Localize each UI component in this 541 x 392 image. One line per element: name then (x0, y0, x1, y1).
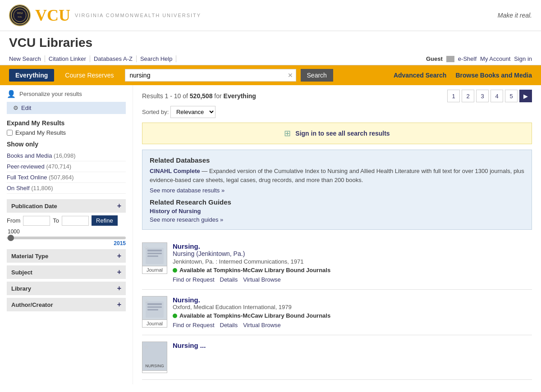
result-availability-2: Available at Tompkins-McCaw Library Boun… (173, 312, 532, 319)
star-icon-1[interactable]: ☆ (144, 244, 149, 251)
range-min-label: 1000 (8, 228, 20, 235)
pub-date-toggle-icon: + (117, 202, 121, 210)
logo-area: VCU SEAL VCU VIRGINIA COMMONWEALTH UNIVE… (9, 5, 201, 26)
page-5-button[interactable]: 5 (505, 90, 518, 102)
library-header[interactable]: Library + (7, 282, 126, 295)
filter-full-text-online[interactable]: Full Text Online (507,864) (7, 172, 126, 183)
material-type-label: Material Type (11, 253, 48, 260)
signin-icon: ⊞ (284, 128, 291, 138)
library-toggle-icon: + (117, 284, 121, 292)
search-bar: Everything Course Reserves ✕ Search Adva… (0, 65, 541, 85)
related-databases-box: Related Databases CINAHL Complete — Expa… (142, 150, 532, 230)
page-4-button[interactable]: 4 (491, 90, 503, 102)
result-item-1: ☆ Journal Nursing. Nursing (Jenkintown, … (142, 236, 532, 290)
personalize-label: Personalize your results (19, 91, 82, 97)
search-input[interactable] (128, 69, 288, 81)
result-thumbnail-2: ☆ Journal (142, 296, 167, 328)
main-content: 👤 Personalize your results ⚙ Edit Expand… (0, 85, 541, 384)
details-link-1[interactable]: Details (220, 276, 238, 283)
results-header: Results 1 - 10 of 520,508 for Everything… (142, 90, 532, 102)
next-page-button[interactable]: ▶ (519, 90, 532, 102)
material-type-header[interactable]: Material Type + (7, 249, 126, 263)
show-only-heading: Show only (7, 141, 126, 148)
date-from-input[interactable] (23, 216, 50, 226)
result-meta-2: Oxford, Medical Education International,… (173, 304, 532, 310)
databases-az-link[interactable]: Databases A-Z (90, 55, 137, 62)
my-account-link[interactable]: My Account (480, 55, 510, 62)
page-2-button[interactable]: 2 (462, 90, 474, 102)
svg-rect-7 (147, 255, 158, 257)
result-body-3: Nursing ... (173, 342, 532, 373)
sign-in-link[interactable]: Sign in (514, 55, 532, 62)
related-guides-heading: Related Research Guides (150, 198, 524, 206)
university-tagline: VIRGINIA COMMONWEALTH UNIVERSITY (75, 13, 201, 18)
search-button[interactable]: Search (301, 69, 333, 82)
date-to-input[interactable] (62, 216, 89, 226)
date-range-slider[interactable] (7, 237, 126, 239)
eshelf-icon (446, 56, 454, 62)
journal-label-2: Journal (142, 319, 167, 327)
date-range-inputs: From To Refine (7, 215, 126, 226)
eshelf-link[interactable]: e-Shelf (458, 55, 477, 62)
sort-select[interactable]: Relevance Date Title Author (170, 106, 215, 118)
signin-banner-link[interactable]: Sign in to see all search results (295, 130, 390, 137)
advanced-search-link[interactable]: Advanced Search (394, 72, 447, 79)
page-3-button[interactable]: 3 (476, 90, 489, 102)
sort-row: Sorted by: Relevance Date Title Author (142, 106, 532, 118)
top-navigation: New Search Citation Linker Databases A-Z… (0, 53, 541, 65)
filter-on-shelf[interactable]: On Shelf (11,806) (7, 183, 126, 194)
result-body-1: Nursing. Nursing (Jenkintown, Pa.) Jenki… (173, 242, 532, 283)
results-count: Results 1 - 10 of 520,508 for Everything (142, 92, 256, 100)
filter-peer-reviewed[interactable]: Peer-reviewed (470,714) (7, 161, 126, 172)
result-title-3[interactable]: Nursing ... (173, 342, 532, 349)
to-label: To (53, 217, 59, 224)
university-seal: VCU SEAL (9, 5, 31, 26)
citation-linker-link[interactable]: Citation Linker (45, 55, 90, 62)
pagination: 1 2 3 4 5 ▶ (447, 90, 532, 102)
new-search-link[interactable]: New Search (9, 55, 45, 62)
pub-date-header[interactable]: Publication Date + (7, 199, 126, 213)
result-title-1[interactable]: Nursing. (173, 242, 532, 250)
see-more-guides-link[interactable]: See more research guides » (150, 216, 524, 223)
edit-button[interactable]: ⚙ Edit (7, 102, 126, 114)
signin-banner: ⊞ Sign in to see all search results (142, 123, 532, 144)
virtual-browse-link-1[interactable]: Virtual Browse (243, 276, 281, 283)
virtual-browse-link-2[interactable]: Virtual Browse (243, 322, 281, 328)
availability-dot-1 (173, 268, 177, 273)
result-body-2: Nursing. Oxford, Medical Education Inter… (173, 296, 532, 328)
search-help-link[interactable]: Search Help (137, 55, 177, 62)
cinahl-complete-link[interactable]: CINAHL Complete (150, 168, 200, 174)
person-icon: 👤 (7, 90, 16, 98)
page-1-button[interactable]: 1 (447, 90, 460, 102)
course-reserves-tab[interactable]: Course Reserves (59, 69, 120, 82)
journal-label-1: Journal (142, 266, 167, 273)
svg-text:SEAL: SEAL (18, 16, 23, 18)
sidebar: 👤 Personalize your results ⚙ Edit Expand… (0, 85, 133, 384)
date-slider-thumb[interactable] (8, 235, 14, 241)
see-more-databases-link[interactable]: See more database results » (150, 187, 225, 194)
find-or-request-link-2[interactable]: Find or Request (173, 322, 215, 328)
top-nav-right-links: Guest e-Shelf My Account Sign in (426, 55, 532, 62)
star-icon-2[interactable]: ☆ (144, 298, 149, 305)
expand-results-checkbox[interactable] (7, 130, 13, 136)
subject-header[interactable]: Subject + (7, 265, 126, 279)
site-title-area: VCU Libraries (0, 31, 541, 53)
date-refine-button[interactable]: Refine (92, 215, 118, 226)
history-of-nursing-link[interactable]: History of Nursing (150, 208, 524, 214)
result-subtitle-1[interactable]: Nursing (Jenkintown, Pa.) (173, 250, 532, 257)
star-icon-3[interactable]: ☆ (144, 343, 149, 350)
author-header[interactable]: Author/Creator + (7, 298, 126, 311)
expand-results-row: Expand My Results (7, 129, 126, 136)
expand-results-label[interactable]: Expand My Results (15, 129, 66, 136)
material-type-toggle-icon: + (117, 252, 121, 260)
find-or-request-link-1[interactable]: Find or Request (173, 276, 215, 283)
svg-rect-9 (147, 303, 162, 305)
search-right-links: Advanced Search Browse Books and Media (394, 72, 532, 79)
browse-books-link[interactable]: Browse Books and Media (455, 72, 532, 79)
result-title-2[interactable]: Nursing. (173, 296, 532, 304)
filter-books-media[interactable]: Books and Media (16,098) (7, 150, 126, 161)
search-clear-icon[interactable]: ✕ (288, 72, 293, 79)
details-link-2[interactable]: Details (220, 322, 238, 328)
everything-tab[interactable]: Everything (9, 69, 54, 82)
expand-my-results-section: Expand My Results Expand My Results (7, 119, 126, 136)
